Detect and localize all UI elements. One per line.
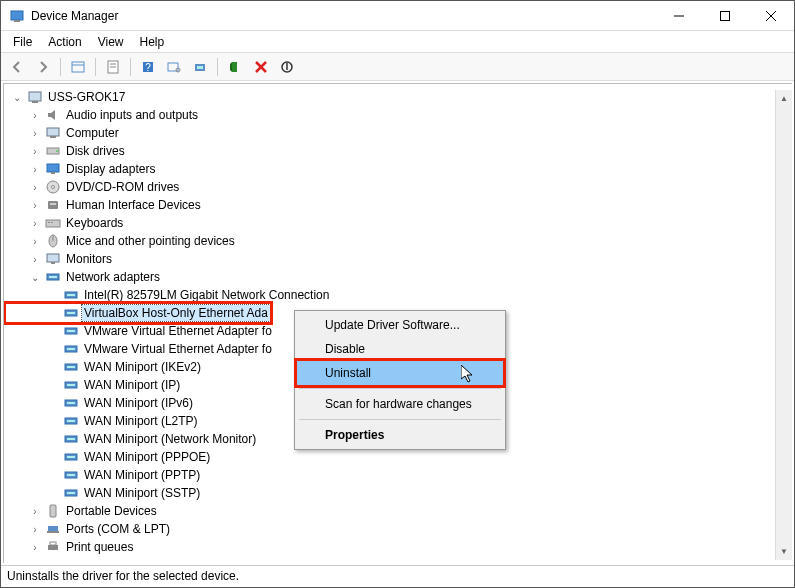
vertical-scrollbar[interactable]: ▲ ▼ <box>775 90 792 560</box>
tree-category[interactable]: ›Human Interface Devices <box>6 196 790 214</box>
expander-icon[interactable]: › <box>28 216 42 230</box>
tree-category[interactable]: ›Keyboards <box>6 214 790 232</box>
minimize-button[interactable] <box>656 1 702 30</box>
svg-rect-34 <box>48 222 50 223</box>
uninstall-button[interactable] <box>249 55 273 79</box>
context-menu-item[interactable]: Scan for hardware changes <box>297 392 503 416</box>
device-label: WAN Miniport (PPTP) <box>82 467 202 483</box>
ports-icon <box>45 521 61 537</box>
tree-category[interactable]: ›DVD/CD-ROM drives <box>6 178 790 196</box>
tree-category[interactable]: ›Print queues <box>6 538 790 556</box>
device-label: WAN Miniport (IPv6) <box>82 395 195 411</box>
tree-category[interactable]: ›Audio inputs and outputs <box>6 106 790 124</box>
context-menu-item[interactable]: Properties <box>297 423 503 447</box>
category-label: Audio inputs and outputs <box>64 107 200 123</box>
back-button[interactable] <box>5 55 29 79</box>
tree-device[interactable]: WAN Miniport (PPPOE) <box>6 448 790 466</box>
scan-hardware-button[interactable] <box>162 55 186 79</box>
display-icon <box>45 161 61 177</box>
tree-device[interactable]: VirtualBox Host-Only Ethernet Ada <box>6 304 270 322</box>
expander-icon[interactable]: › <box>28 198 42 212</box>
svg-rect-59 <box>67 438 75 440</box>
svg-rect-57 <box>67 420 75 422</box>
svg-rect-41 <box>49 276 57 278</box>
device-label: VMware Virtual Ethernet Adapter fo <box>82 323 274 339</box>
svg-rect-0 <box>11 11 23 20</box>
svg-rect-47 <box>67 330 75 332</box>
update-driver-button[interactable] <box>188 55 212 79</box>
menu-file[interactable]: File <box>5 33 40 51</box>
category-label: Print queues <box>64 539 135 555</box>
svg-rect-33 <box>46 220 60 227</box>
expander-icon[interactable]: › <box>28 126 42 140</box>
disable-button[interactable] <box>275 55 299 79</box>
svg-rect-6 <box>72 62 84 72</box>
tree-category[interactable]: ›Computer <box>6 124 790 142</box>
scroll-up-arrow[interactable]: ▲ <box>776 90 792 107</box>
device-label: WAN Miniport (IKEv2) <box>82 359 203 375</box>
tree-category[interactable]: ›Disk drives <box>6 142 790 160</box>
expander-icon[interactable]: ⌄ <box>28 270 42 284</box>
expander-icon[interactable]: › <box>28 252 42 266</box>
tree-category[interactable]: ›Ports (COM & LPT) <box>6 520 790 538</box>
svg-rect-23 <box>47 128 59 136</box>
svg-rect-63 <box>67 474 75 476</box>
context-menu-separator <box>299 419 501 420</box>
tree-device[interactable]: WAN Miniport (SSTP) <box>6 484 790 502</box>
expander-icon[interactable]: › <box>28 522 42 536</box>
expander-icon[interactable]: ⌄ <box>10 90 24 104</box>
tree-category[interactable]: ›Display adapters <box>6 160 790 178</box>
expander-icon[interactable]: › <box>28 234 42 248</box>
help-button[interactable]: ? <box>136 55 160 79</box>
tree-device[interactable]: Intel(R) 82579LM Gigabit Network Connect… <box>6 286 790 304</box>
expander-icon[interactable]: › <box>28 162 42 176</box>
enable-button[interactable] <box>223 55 247 79</box>
expander-icon[interactable]: › <box>28 108 42 122</box>
svg-rect-43 <box>67 294 75 296</box>
category-label: Portable Devices <box>64 503 159 519</box>
tree-category[interactable]: ⌄Network adapters <box>6 268 790 286</box>
monitor-icon <box>45 251 61 267</box>
print-icon <box>45 539 61 555</box>
tree-category[interactable]: ›Portable Devices <box>6 502 790 520</box>
menu-view[interactable]: View <box>90 33 132 51</box>
context-menu-item[interactable]: Disable <box>297 337 503 361</box>
portable-icon <box>45 503 61 519</box>
category-label: DVD/CD-ROM drives <box>64 179 181 195</box>
device-label: WAN Miniport (IP) <box>82 377 182 393</box>
svg-rect-45 <box>67 312 75 314</box>
svg-rect-24 <box>50 136 56 138</box>
scroll-down-arrow[interactable]: ▼ <box>776 543 792 560</box>
maximize-button[interactable] <box>702 1 748 30</box>
tree-category[interactable]: ›Monitors <box>6 250 790 268</box>
tree-root[interactable]: ⌄USS-GROK17 <box>6 88 790 106</box>
svg-rect-1 <box>14 20 20 22</box>
network-adapter-icon <box>63 305 79 321</box>
network-adapter-icon <box>63 323 79 339</box>
device-label: WAN Miniport (SSTP) <box>82 485 202 501</box>
svg-rect-3 <box>721 11 730 20</box>
menu-action[interactable]: Action <box>40 33 89 51</box>
tree-category[interactable]: ›Mice and other pointing devices <box>6 232 790 250</box>
svg-rect-35 <box>51 222 53 223</box>
expander-icon[interactable]: › <box>28 144 42 158</box>
context-menu-item[interactable]: Update Driver Software... <box>297 313 503 337</box>
show-hidden-button[interactable] <box>66 55 90 79</box>
forward-button[interactable] <box>31 55 55 79</box>
app-icon <box>9 8 25 24</box>
menu-help[interactable]: Help <box>132 33 173 51</box>
computer-icon <box>45 125 61 141</box>
dvd-icon <box>45 179 61 195</box>
svg-rect-69 <box>48 545 58 550</box>
disk-icon <box>45 143 61 159</box>
svg-rect-32 <box>50 203 56 205</box>
category-label: Mice and other pointing devices <box>64 233 237 249</box>
context-menu-item[interactable]: Uninstall <box>297 361 503 385</box>
tree-device[interactable]: WAN Miniport (PPTP) <box>6 466 790 484</box>
expander-icon[interactable]: › <box>28 180 42 194</box>
expander-icon[interactable]: › <box>28 540 42 554</box>
close-button[interactable] <box>748 1 794 30</box>
expander-icon[interactable]: › <box>28 504 42 518</box>
device-label: VirtualBox Host-Only Ethernet Ada <box>82 305 270 321</box>
properties-button[interactable] <box>101 55 125 79</box>
